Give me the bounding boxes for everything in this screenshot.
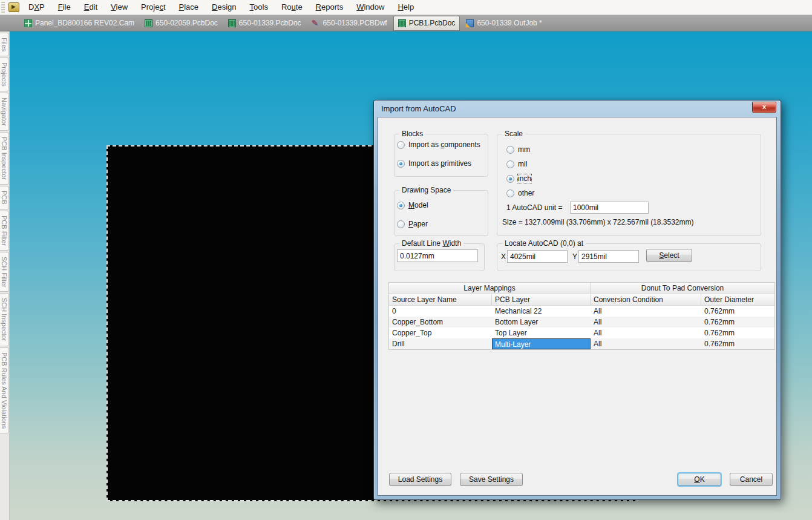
- toolbar-grip[interactable]: [1, 2, 5, 13]
- cell-pcb-layer[interactable]: Bottom Layer: [492, 317, 591, 327]
- radio-icon: [397, 141, 405, 149]
- radio-model[interactable]: Model: [397, 201, 428, 209]
- menu-design[interactable]: Design: [205, 0, 243, 15]
- dialog-client-area: Blocks Import as components Import as pr…: [378, 117, 777, 496]
- locate-x-input[interactable]: [507, 250, 568, 263]
- radio-label: Model: [408, 201, 428, 209]
- col-header-outer-diameter: Outer Diameter: [701, 294, 774, 306]
- pcb-document-icon: [228, 19, 236, 27]
- cell-outer-diameter[interactable]: 0.762mm: [701, 338, 774, 349]
- cell-pcb-layer-selected[interactable]: Multi-Layer: [492, 338, 591, 349]
- dialog-title[interactable]: Import from AutoCAD: [381, 104, 456, 113]
- group-header-layer-mappings: Layer Mappings: [389, 283, 591, 294]
- import-from-autocad-dialog: Import from AutoCAD x Blocks Import as c…: [373, 100, 781, 500]
- tab-650-02059-pcbdoc[interactable]: 650-02059.PcbDoc: [140, 16, 222, 30]
- sidebar-item-pcb-rules-violations[interactable]: PCB Rules And Violations: [0, 347, 9, 433]
- tab-label: 650-01339.PcbDoc: [239, 19, 301, 27]
- cell-source-layer[interactable]: Copper_Top: [389, 327, 492, 338]
- tab-650-01339-pcbdwf[interactable]: 650-01339.PCBDwf: [307, 16, 391, 30]
- close-icon[interactable]: x: [752, 102, 776, 113]
- menu-edit[interactable]: Edit: [77, 0, 104, 15]
- altium-window: DXP File Edit View Project Place Design …: [0, 0, 812, 520]
- radio-inch[interactable]: inch: [506, 174, 531, 183]
- tab-label: 650-02059.PcbDoc: [156, 19, 218, 27]
- cell-pcb-layer[interactable]: Top Layer: [492, 327, 591, 338]
- radio-label: inch: [518, 174, 531, 183]
- menu-bar: DXP File Edit View Project Place Design …: [0, 0, 812, 15]
- menu-project[interactable]: Project: [134, 0, 172, 15]
- sidebar-item-pcb-inspector[interactable]: PCB Inspector: [0, 132, 9, 185]
- cell-outer-diameter[interactable]: 0.762mm: [701, 317, 774, 327]
- radio-icon: [506, 160, 514, 168]
- size-readout: Size = 1327.009mil (33.706mm) x 722.567m…: [502, 218, 694, 226]
- radio-paper[interactable]: Paper: [397, 220, 428, 228]
- tab-pcb1-pcbdoc-active[interactable]: PCB1.PcbDoc: [393, 16, 460, 31]
- outjob-document-icon: [466, 19, 474, 27]
- sidebar-item-files[interactable]: Files: [0, 33, 9, 56]
- radio-mil[interactable]: mil: [506, 160, 527, 168]
- menu-view[interactable]: View: [104, 0, 134, 15]
- radio-other[interactable]: other: [506, 189, 534, 197]
- tab-label: Panel_BD800166 REV02.Cam: [35, 19, 134, 27]
- cancel-button[interactable]: Cancel: [730, 473, 773, 486]
- table-row: Drill Multi-Layer All 0.762mm: [389, 338, 774, 349]
- radio-import-as-components[interactable]: Import as components: [397, 140, 480, 149]
- menu-reports[interactable]: Reports: [309, 0, 350, 15]
- cell-conversion-condition[interactable]: All: [591, 317, 701, 327]
- radio-icon-selected: [397, 160, 405, 168]
- sidebar-item-pcb-filter[interactable]: PCB Filter: [0, 211, 9, 251]
- table-column-header-row: Source Layer Name PCB Layer Conversion C…: [389, 294, 774, 306]
- radio-label: mm: [518, 145, 530, 154]
- sidebar-item-pcb[interactable]: PCB: [0, 186, 9, 209]
- sidebar-item-sch-filter[interactable]: SCH Filter: [0, 252, 9, 292]
- cell-source-layer[interactable]: 0: [389, 306, 492, 317]
- tab-panel-bd800166[interactable]: Panel_BD800166 REV02.Cam: [20, 16, 139, 30]
- radio-label: mil: [518, 160, 527, 168]
- load-settings-button[interactable]: Load Settings: [389, 473, 451, 486]
- cell-pcb-layer[interactable]: Mechanical 22: [492, 306, 591, 317]
- save-settings-button[interactable]: Save Settings: [460, 473, 523, 486]
- radio-import-as-primitives[interactable]: Import as primitives: [397, 159, 471, 168]
- ok-button[interactable]: OK: [678, 473, 721, 486]
- cell-source-layer[interactable]: Drill: [389, 338, 492, 349]
- menu-window[interactable]: Window: [350, 0, 391, 15]
- autocad-unit-input[interactable]: [570, 202, 649, 214]
- radio-icon-selected: [506, 175, 514, 183]
- sidebar-item-navigator[interactable]: Navigator: [0, 93, 9, 131]
- radio-mm[interactable]: mm: [506, 145, 530, 154]
- menu-tools[interactable]: Tools: [243, 0, 275, 15]
- locate-autocad-legend: Locate AutoCAD (0,0) at: [502, 239, 586, 248]
- cell-conversion-condition[interactable]: All: [591, 338, 701, 349]
- default-line-width-legend: Default Line Width: [399, 239, 463, 248]
- menu-place[interactable]: Place: [172, 0, 206, 15]
- cell-source-layer[interactable]: Copper_Bottom: [389, 317, 492, 327]
- cell-outer-diameter[interactable]: 0.762mm: [701, 306, 774, 317]
- tab-650-01339-outjob[interactable]: 650-01339.OutJob *: [462, 16, 546, 30]
- locate-y-input[interactable]: [578, 250, 639, 263]
- col-header-source-layer-name: Source Layer Name: [389, 294, 492, 306]
- sidebar-item-sch-inspector[interactable]: SCH Inspector: [0, 293, 9, 346]
- table-row: Copper_Top Top Layer All 0.762mm: [389, 327, 774, 338]
- cell-conversion-condition[interactable]: All: [591, 306, 701, 317]
- group-header-donut-to-pad: Donut To Pad Conversion: [591, 283, 774, 294]
- table-body: 0 Mechanical 22 All 0.762mm Copper_Botto…: [389, 306, 774, 349]
- table-row: 0 Mechanical 22 All 0.762mm: [389, 306, 774, 317]
- dxp-app-icon[interactable]: [8, 2, 19, 12]
- cell-conversion-condition[interactable]: All: [591, 327, 701, 338]
- radio-icon: [506, 189, 514, 197]
- default-line-width-input[interactable]: [397, 249, 478, 262]
- drawing-space-group: Drawing Space: [394, 190, 488, 236]
- radio-icon: [397, 220, 405, 228]
- drawing-space-legend: Drawing Space: [399, 186, 453, 194]
- menu-file[interactable]: File: [51, 0, 77, 15]
- radio-label: Paper: [408, 220, 428, 228]
- menu-route[interactable]: Route: [275, 0, 309, 15]
- select-button[interactable]: Select: [646, 249, 692, 262]
- sidebar-item-projects[interactable]: Projects: [0, 58, 9, 91]
- tab-label: 650-01339.OutJob *: [477, 19, 542, 27]
- cell-outer-diameter[interactable]: 0.762mm: [701, 327, 774, 338]
- menu-dxp[interactable]: DXP: [22, 0, 51, 15]
- tab-650-01339-pcbdoc[interactable]: 650-01339.PcbDoc: [224, 16, 306, 30]
- menu-help[interactable]: Help: [391, 0, 421, 15]
- cam-document-icon: [24, 19, 32, 27]
